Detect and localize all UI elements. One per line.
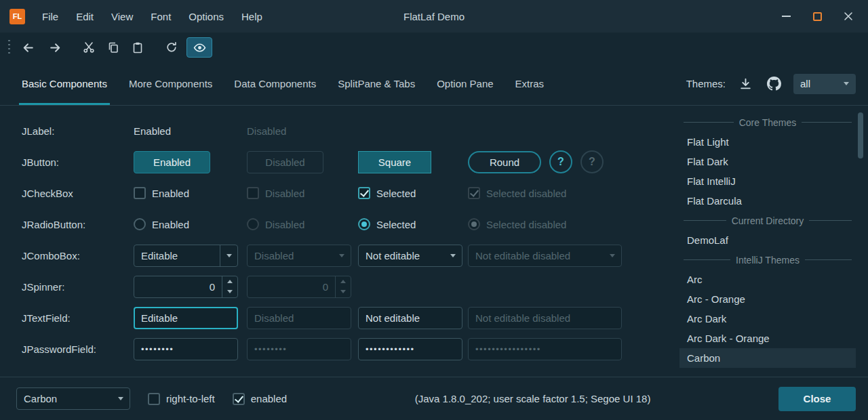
jcombobox-editable[interactable]: Editable xyxy=(134,245,238,267)
refresh-icon xyxy=(165,41,178,54)
minimize-button[interactable] xyxy=(770,3,802,30)
tab-data-components[interactable]: Data Components xyxy=(223,62,327,105)
jcombobox-not-editable[interactable]: Not editable xyxy=(358,245,462,267)
close-button[interactable] xyxy=(833,3,864,30)
row-label-jcheckbox: JCheckBox xyxy=(22,177,134,209)
jbutton-round[interactable]: Round xyxy=(468,151,541,173)
jcheckbox-disabled: Disabled xyxy=(247,187,304,199)
tab-bar: Basic Components More Components Data Co… xyxy=(0,62,868,106)
paste-button[interactable] xyxy=(125,37,150,58)
toolbar-grip-icon[interactable] xyxy=(8,40,10,55)
eye-icon xyxy=(193,41,206,54)
github-button[interactable] xyxy=(765,75,783,93)
themes-filter-value: all xyxy=(800,78,810,89)
jcombobox-disabled: Disabled xyxy=(247,245,351,267)
theme-combobox[interactable]: Carbon xyxy=(16,387,130,410)
themes-panel: Core Themes Flat Light Flat Dark Flat In… xyxy=(679,106,868,377)
radio-icon xyxy=(134,218,146,230)
jcheckbox-selected-disabled: Selected disabled xyxy=(468,187,566,199)
jbutton-enabled[interactable]: Enabled xyxy=(134,151,210,173)
right-to-left-checkbox[interactable]: right-to-left xyxy=(148,393,215,405)
theme-item-flat-light[interactable]: Flat Light xyxy=(679,132,856,152)
show-details-toggle-button[interactable] xyxy=(186,37,212,58)
jlabel-disabled: Disabled xyxy=(247,125,286,137)
spinner-buttons[interactable] xyxy=(222,276,237,297)
theme-item-flat-intellij[interactable]: Flat IntelliJ xyxy=(679,171,856,191)
row-label-jbutton: JButton: xyxy=(22,146,134,177)
menu-options[interactable]: Options xyxy=(180,0,233,33)
radio-selected-icon xyxy=(468,218,480,230)
download-themes-button[interactable] xyxy=(736,75,754,93)
checkbox-icon xyxy=(134,187,146,199)
copy-button[interactable] xyxy=(101,37,125,58)
jcheckbox-enabled[interactable]: Enabled xyxy=(134,187,189,199)
themes-label: Themes: xyxy=(686,78,726,89)
menu-file[interactable]: File xyxy=(33,0,67,33)
theme-item-demolaf[interactable]: DemoLaf xyxy=(679,230,856,250)
toolbar xyxy=(0,33,868,62)
tab-option-pane[interactable]: Option Pane xyxy=(426,62,504,105)
tab-basic-components[interactable]: Basic Components xyxy=(11,62,118,105)
maximize-button[interactable] xyxy=(802,3,833,30)
basic-components-panel: JLabel: Enabled Disabled JButton: Enable… xyxy=(0,106,679,377)
theme-item-arc-dark[interactable]: Arc Dark xyxy=(679,309,856,329)
jbutton-square[interactable]: Square xyxy=(358,151,431,173)
jpasswordfield-not-editable[interactable]: •••••••••••• xyxy=(358,338,462,360)
minimize-icon xyxy=(782,16,791,17)
checkbox-icon xyxy=(247,187,259,199)
scrollbar-thumb[interactable] xyxy=(858,112,863,159)
app-window: FL File Edit View Font Options Help Flat… xyxy=(0,0,868,420)
themes-list: Core Themes Flat Light Flat Dark Flat In… xyxy=(679,111,856,377)
theme-item-arc[interactable]: Arc xyxy=(679,270,856,289)
forward-icon xyxy=(49,41,62,54)
close-dialog-button[interactable]: Close xyxy=(778,387,856,411)
radio-selected-icon xyxy=(358,218,370,230)
enabled-checkbox[interactable]: enabled xyxy=(233,393,287,405)
themes-scrollbar[interactable] xyxy=(856,111,865,377)
tab-extras[interactable]: Extras xyxy=(505,62,555,105)
theme-item-carbon[interactable]: Carbon xyxy=(679,348,856,368)
jradiobutton-selected-disabled: Selected disabled xyxy=(468,218,566,230)
theme-item-flat-darcula[interactable]: Flat Darcula xyxy=(679,191,856,211)
menu-help[interactable]: Help xyxy=(233,0,271,33)
spinner-down-icon xyxy=(340,290,346,293)
jpasswordfield-enabled[interactable]: •••••••• xyxy=(134,338,238,360)
menu-font[interactable]: Font xyxy=(142,0,180,33)
jspinner-enabled[interactable]: 0 xyxy=(134,276,238,298)
tab-splitpane-tabs[interactable]: SplitPane & Tabs xyxy=(327,62,426,105)
theme-group-intellij-themes: IntelliJ Themes xyxy=(679,250,856,270)
themes-filter-combobox[interactable]: all xyxy=(793,74,856,94)
spinner-down-icon xyxy=(227,290,233,293)
back-button[interactable] xyxy=(16,37,40,58)
forward-button[interactable] xyxy=(43,37,67,58)
window-controls xyxy=(770,3,864,30)
jbutton-help-disabled: ? xyxy=(580,150,604,173)
jcheckbox-selected[interactable]: Selected xyxy=(358,187,416,199)
tab-more-components[interactable]: More Components xyxy=(118,62,223,105)
app-logo-icon: FL xyxy=(9,9,25,24)
jtextfield-not-editable[interactable]: Not editable xyxy=(358,307,462,329)
checkbox-checked-icon xyxy=(233,393,245,405)
close-icon xyxy=(844,12,853,21)
jpasswordfield-not-editable-disabled: •••••••••••••••• xyxy=(468,338,622,360)
jtextfield-editable[interactable]: Editable xyxy=(134,307,238,329)
menu-view[interactable]: View xyxy=(102,0,142,33)
jradiobutton-selected[interactable]: Selected xyxy=(358,218,416,230)
chevron-down-icon xyxy=(844,82,849,85)
row-label-jlabel: JLabel: xyxy=(22,115,134,146)
theme-item-arc-dark-orange[interactable]: Arc Dark - Orange xyxy=(679,329,856,348)
paste-icon xyxy=(132,41,144,54)
theme-item-arc-orange[interactable]: Arc - Orange xyxy=(679,289,856,309)
themes-header: Themes: all xyxy=(686,74,856,94)
jbutton-disabled: Disabled xyxy=(247,151,323,173)
jradiobutton-enabled[interactable]: Enabled xyxy=(134,218,189,230)
refresh-button[interactable] xyxy=(159,37,184,58)
jtextfield-not-editable-disabled: Not editable disabled xyxy=(468,307,622,329)
menu-edit[interactable]: Edit xyxy=(67,0,102,33)
jlabel-enabled: Enabled xyxy=(134,125,171,137)
cut-button[interactable] xyxy=(77,37,101,58)
status-info: (Java 1.8.0_202; user scale factor 1.5; … xyxy=(304,393,761,404)
jbutton-help[interactable]: ? xyxy=(549,150,572,173)
theme-item-flat-dark[interactable]: Flat Dark xyxy=(679,152,856,171)
chevron-down-icon xyxy=(450,254,456,257)
